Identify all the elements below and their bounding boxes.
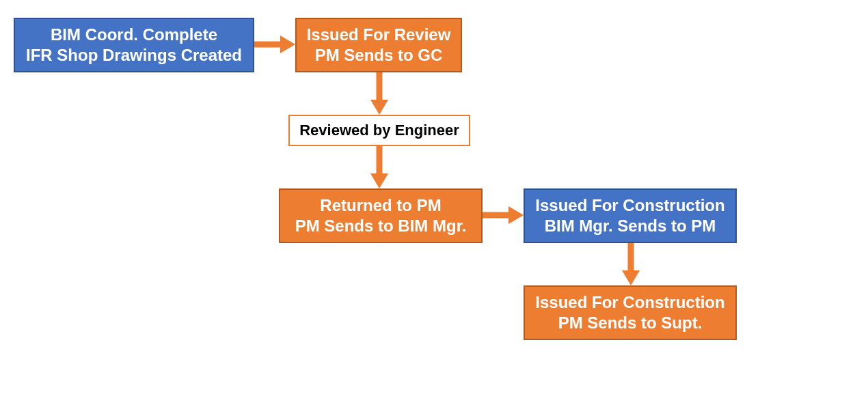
arrow-right-2	[483, 205, 524, 225]
svg-marker-5	[370, 173, 388, 188]
node-returned-to-pm: Returned to PM PM Sends to BIM Mgr.	[279, 188, 483, 243]
node-line2: IFR Shop Drawings Created	[26, 45, 242, 66]
svg-marker-7	[508, 206, 524, 224]
node-reviewed-by-engineer: Reviewed by Engineer	[288, 115, 470, 146]
arrow-down-1	[369, 72, 390, 115]
node-ifc-bim-mgr: Issued For Construction BIM Mgr. Sends t…	[524, 188, 737, 243]
node-line1: Reviewed by Engineer	[299, 121, 459, 140]
node-bim-coord-complete: BIM Coord. Complete IFR Shop Drawings Cr…	[14, 18, 254, 72]
node-line1: BIM Coord. Complete	[51, 25, 217, 45]
node-line1: Returned to PM	[320, 195, 441, 216]
svg-marker-1	[280, 36, 295, 53]
svg-marker-9	[622, 270, 640, 285]
arrow-down-3	[621, 243, 641, 285]
node-issued-for-review: Issued For Review PM Sends to GC	[295, 18, 462, 72]
node-line1: Issued For Review	[307, 25, 451, 45]
node-line2: PM Sends to Supt.	[558, 313, 703, 333]
node-ifc-pm: Issued For Construction PM Sends to Supt…	[524, 285, 737, 340]
arrow-down-2	[369, 146, 390, 188]
arrow-right-1	[254, 34, 295, 55]
node-line1: Issued For Construction	[535, 195, 724, 216]
node-line2: PM Sends to BIM Mgr.	[295, 216, 467, 236]
node-line2: BIM Mgr. Sends to PM	[545, 216, 716, 236]
node-line1: Issued For Construction	[535, 292, 724, 313]
node-line2: PM Sends to GC	[315, 45, 443, 66]
svg-marker-3	[370, 100, 388, 115]
